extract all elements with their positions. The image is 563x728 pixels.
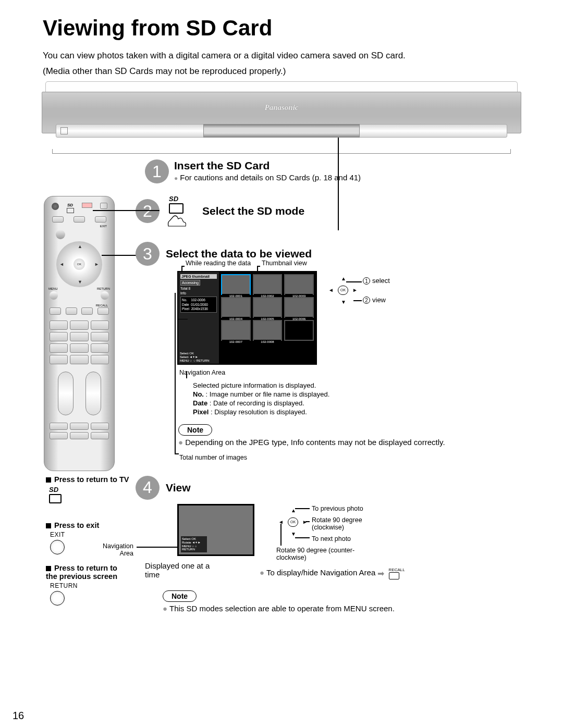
tv-brand-label: Panasonic: [264, 103, 298, 112]
legend-return-prev: Press to return to the previous screen R…: [46, 564, 129, 606]
exit-button-icon: [50, 540, 65, 554]
displayed-caption: Displayed one at a time: [145, 561, 223, 579]
step-number-3-icon: 3: [136, 242, 160, 266]
thumbnail-screen: JPEG thumbnail Accessing Total 8 Info No…: [177, 271, 317, 365]
exit-label: EXIT: [50, 531, 129, 538]
tv-power-switch-icon: [60, 127, 68, 134]
recall-button-icon: RECALL: [389, 567, 405, 579]
callout-thumbnail-view: Thumbnail view: [262, 260, 307, 267]
step-4: 4 View Navigation Area Select OK Rotate …: [136, 476, 563, 613]
note-text-1: Depending on the JPEG type, Info content…: [185, 438, 445, 447]
step-2: 2 SD Select the SD mode: [136, 195, 563, 227]
callout-reading-data: While reading the data: [186, 260, 251, 267]
thumbnail-item: 102-0007: [221, 320, 251, 341]
dpad-icon: ▲▼◄► OK: [277, 507, 309, 537]
nav-area-label: Navigation Area: [97, 542, 133, 557]
menu-button-icon: [50, 291, 58, 300]
page-title: Viewing from SD Card: [43, 16, 563, 41]
step-2-title: Select the SD mode: [202, 205, 304, 217]
step-number-4-icon: 4: [136, 476, 160, 500]
press-sd-icon: SD: [166, 195, 196, 227]
return-button-icon: [101, 291, 109, 300]
dpad-action-view: view: [372, 296, 386, 304]
sd-button-icon: SD: [49, 486, 129, 503]
single-view-screen: Select OK Rotate ◄✦► MENU ○ ○ RETURN: [177, 504, 254, 556]
sd-button-icon: SD: [67, 203, 74, 213]
return-button-icon: [50, 591, 65, 606]
step-4-title: View: [166, 482, 190, 494]
leader-line: [93, 210, 160, 211]
page-number: 16: [13, 710, 24, 722]
single-view-navbar: Select OK Rotate ◄✦► MENU ○ ○ RETURN: [181, 536, 207, 552]
step-3-title: Select the data to be viewed: [166, 248, 312, 260]
callout-total-images: Total number of images: [179, 454, 563, 461]
callout-nav-area: Navigation Area: [179, 369, 563, 376]
remote-dpad-icon: ▲▼◄► OK: [56, 241, 102, 287]
thumbnail-sidebar: JPEG thumbnail Accessing Total 8 Info No…: [178, 272, 219, 364]
dpad-action-select: select: [372, 277, 390, 285]
thumbnail-item: 102-0005: [253, 297, 283, 318]
note-label: Note: [163, 590, 197, 602]
thumbnail-item: 102-0003: [284, 274, 314, 295]
remote-control-illustration: SD EXIT ▲▼◄► OK MENURETURN RECALL: [44, 196, 115, 471]
thumbnail-item: 102-0002: [253, 274, 283, 295]
tv-illustration: Panasonic: [42, 81, 521, 149]
callout-rotate-ccw: Rotate 90 degree (counter-clockwise): [276, 547, 365, 561]
thumbnail-grid: 102-0001 102-0002 102-0003 102-0004 102-…: [219, 272, 316, 364]
tv-button-icon: [100, 203, 107, 209]
intro-line-1: You can view photos taken with a digital…: [43, 50, 563, 61]
power-icon: [52, 203, 59, 210]
step-1-title: Insert the SD Card: [174, 159, 361, 172]
note-label: Note: [178, 424, 212, 436]
thumbnail-item: 102-0008: [253, 320, 283, 341]
intro-line-2: (Media other than SD Cards may not be re…: [43, 66, 563, 77]
led-icon: [82, 203, 92, 208]
step-3: 3 Select the data to be viewed While rea…: [136, 242, 563, 461]
legend-return-tv: Press to return to TV SD: [46, 475, 129, 503]
step-number-2-icon: 2: [136, 199, 160, 223]
thumbnail-item: 102-0006: [284, 297, 314, 318]
leader-line: [338, 138, 339, 230]
picture-info-block: Selected picture information is displaye…: [193, 381, 563, 417]
aux-button-icon: [56, 230, 65, 239]
callout-rotate-cw: Rotate 90 degree (clockwise): [312, 516, 395, 531]
step-number-1-icon: 1: [145, 159, 169, 183]
return-label: RETURN: [50, 582, 129, 589]
toggle-nav-text: To display/hide Navigation Area: [266, 568, 375, 577]
callout-next-photo: To next photo: [312, 535, 351, 542]
thumbnail-empty: [284, 320, 314, 341]
thumbnail-item: 102-0001: [221, 274, 251, 295]
step-1: 1 Insert the SD Card For cautions and de…: [145, 159, 563, 183]
thumbnail-item: 102-0004: [221, 297, 251, 318]
callout-prev-photo: To previous photo: [312, 505, 363, 512]
tv-input-panel: [203, 124, 360, 138]
step-1-subtext: For cautions and details on SD Cards (p.…: [174, 173, 361, 182]
note-text-2: This SD modes selection are able to oper…: [169, 604, 395, 613]
